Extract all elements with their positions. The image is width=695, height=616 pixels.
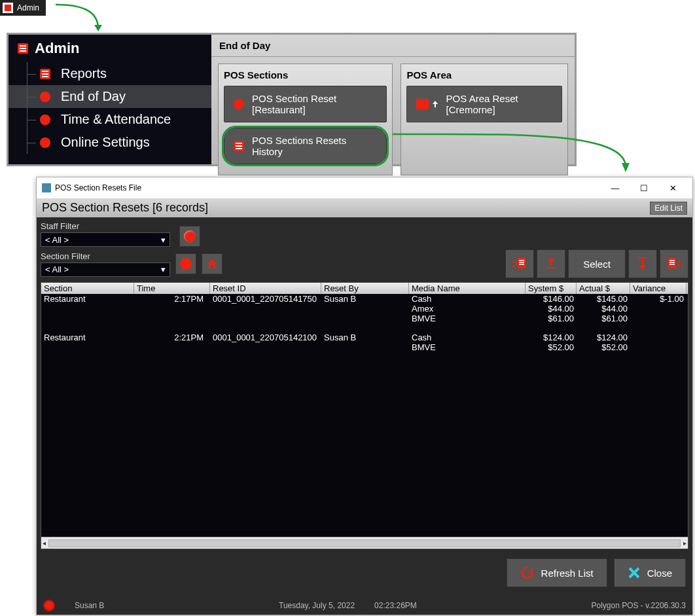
table-row[interactable]: Restaurant2:21PM0001_0001_220705142100Su… bbox=[41, 333, 688, 342]
chevron-down-icon: ▾ bbox=[161, 235, 166, 245]
section-filter-select[interactable]: < All > ▾ bbox=[41, 263, 170, 277]
admin-tag-label: Admin bbox=[17, 3, 39, 12]
grid-body[interactable]: Restaurant2:17PM0001_0001_220705141750Su… bbox=[41, 294, 688, 537]
button-label: Select bbox=[583, 259, 611, 270]
refresh-icon bbox=[520, 566, 535, 580]
status-version: Polygon POS - v.2206.30.3 bbox=[591, 601, 686, 610]
horizontal-scrollbar[interactable]: ◂ ▸ bbox=[41, 537, 688, 549]
svg-rect-2 bbox=[519, 260, 524, 261]
scroll-right-icon[interactable]: ▸ bbox=[683, 539, 686, 547]
header-title: POS Section Resets [6 records] bbox=[42, 201, 208, 215]
sidebar-item-label: End of Day bbox=[61, 89, 126, 104]
sidebar-item-end-of-day[interactable]: End of Day bbox=[9, 85, 211, 108]
minimize-button[interactable]: — bbox=[601, 181, 630, 195]
edit-list-button[interactable]: Edit List bbox=[650, 202, 687, 215]
table-row[interactable]: BMVE$61.00$61.00 bbox=[41, 314, 688, 323]
refresh-list-button[interactable]: Refresh List bbox=[507, 558, 607, 587]
maximize-button[interactable]: ☐ bbox=[630, 181, 658, 195]
scrollbar-thumb[interactable] bbox=[48, 539, 681, 547]
col-media[interactable]: Media Name bbox=[409, 283, 526, 294]
header-bar: POS Section Resets [6 records] Edit List bbox=[37, 198, 692, 217]
col-reset-id[interactable]: Reset ID bbox=[210, 283, 321, 294]
list-icon bbox=[40, 69, 50, 79]
next-page-button[interactable] bbox=[660, 249, 688, 278]
button-label: POS Area Reset [Cremorne] bbox=[446, 93, 552, 115]
close-button[interactable]: Close bbox=[614, 558, 686, 587]
col-time[interactable]: Time bbox=[134, 283, 210, 294]
table-row[interactable]: BMVE$52.00$52.00 bbox=[41, 342, 688, 352]
table-row[interactable]: Amex$44.00$44.00 bbox=[41, 304, 688, 314]
pos-area-reset-button[interactable]: POS Area Reset [Cremorne] bbox=[406, 86, 562, 122]
home-icon bbox=[205, 257, 219, 270]
close-window-button[interactable]: ✕ bbox=[658, 181, 687, 195]
footer-buttons: Refresh List Close bbox=[37, 549, 692, 596]
svg-rect-8 bbox=[669, 260, 675, 261]
sidebar-root[interactable]: Admin bbox=[9, 35, 211, 62]
arrow-up-icon bbox=[431, 100, 438, 108]
svg-rect-1 bbox=[518, 258, 526, 268]
pos-sections-card: POS Sections POS Section Reset [Restaura… bbox=[218, 63, 393, 175]
pos-sections-header: POS Sections bbox=[224, 69, 387, 81]
section-filter-value: < All > bbox=[45, 264, 69, 274]
status-date: Tuesday, July 5, 2022 bbox=[279, 601, 355, 610]
col-reset-by[interactable]: Reset By bbox=[321, 283, 409, 294]
svg-rect-0 bbox=[42, 183, 51, 192]
col-variance[interactable]: Variance bbox=[630, 283, 686, 294]
status-time: 02:23:26PM bbox=[374, 601, 417, 610]
col-actual[interactable]: Actual $ bbox=[577, 283, 630, 294]
dot-icon bbox=[40, 137, 50, 148]
section-filter-search-button[interactable] bbox=[175, 253, 196, 274]
staff-filter-search-button[interactable] bbox=[179, 226, 200, 247]
window-title: POS Section Resets File bbox=[55, 183, 141, 192]
admin-tag[interactable]: Admin bbox=[0, 0, 46, 16]
svg-rect-10 bbox=[669, 264, 675, 265]
sidebar: Admin Reports End of Day Time & Attendan… bbox=[9, 35, 211, 164]
col-system[interactable]: System $ bbox=[526, 283, 577, 294]
select-button[interactable]: Select bbox=[568, 249, 626, 278]
app-icon bbox=[42, 183, 51, 192]
list-icon bbox=[234, 141, 244, 151]
svg-rect-6 bbox=[638, 257, 647, 259]
sidebar-item-time-attendance[interactable]: Time & Attendance bbox=[9, 108, 211, 131]
chevron-down-icon: ▾ bbox=[161, 264, 166, 274]
admin-end-of-day-panel: Admin Reports End of Day Time & Attendan… bbox=[7, 33, 577, 166]
prev-page-button[interactable] bbox=[505, 249, 534, 278]
export-button[interactable] bbox=[537, 249, 565, 278]
upload-icon bbox=[544, 255, 558, 272]
staff-filter-value: < All > bbox=[45, 235, 69, 245]
col-section[interactable]: Section bbox=[41, 283, 134, 294]
list-icon bbox=[18, 43, 28, 54]
button-label: Refresh List bbox=[541, 568, 594, 579]
sidebar-item-online-settings[interactable]: Online Settings bbox=[9, 131, 211, 154]
staff-filter-select[interactable]: < All > ▾ bbox=[41, 232, 170, 247]
dot-icon bbox=[40, 92, 50, 102]
scroll-left-icon[interactable]: ◂ bbox=[43, 539, 46, 547]
pos-section-reset-button[interactable]: POS Section Reset [Restaurant] bbox=[224, 86, 387, 122]
dot-icon bbox=[184, 230, 196, 242]
sidebar-root-label: Admin bbox=[35, 40, 79, 57]
close-icon bbox=[628, 566, 641, 579]
table-row[interactable]: Restaurant2:17PM0001_0001_220705141750Su… bbox=[41, 294, 688, 304]
grid-header: Section Time Reset ID Reset By Media Nam… bbox=[41, 283, 688, 294]
resets-window: POS Section Resets File — ☐ ✕ POS Sectio… bbox=[36, 177, 693, 615]
svg-rect-3 bbox=[519, 262, 524, 263]
svg-rect-4 bbox=[519, 264, 524, 265]
dot-icon bbox=[40, 115, 50, 125]
button-label: Close bbox=[647, 568, 672, 579]
button-label: POS Section Reset [Restaurant] bbox=[252, 93, 377, 115]
sidebar-item-label: Online Settings bbox=[61, 135, 150, 150]
sidebar-item-reports[interactable]: Reports bbox=[9, 62, 211, 85]
svg-rect-9 bbox=[669, 262, 675, 263]
pos-section-resets-history-button[interactable]: POS Sections Resets History bbox=[224, 128, 387, 164]
status-dot-icon bbox=[43, 600, 55, 611]
monitor-icon bbox=[416, 99, 429, 109]
import-button[interactable] bbox=[628, 249, 657, 278]
pos-area-header: POS Area bbox=[406, 69, 562, 81]
home-button[interactable] bbox=[202, 253, 223, 274]
arrow-icon bbox=[52, 3, 118, 33]
staff-filter-label: Staff Filter bbox=[41, 221, 170, 231]
status-bar: Susan B Tuesday, July 5, 2022 02:23:26PM… bbox=[37, 596, 692, 615]
sidebar-item-label: Reports bbox=[61, 66, 107, 81]
titlebar: POS Section Resets File — ☐ ✕ bbox=[37, 177, 692, 198]
svg-rect-5 bbox=[546, 267, 556, 268]
